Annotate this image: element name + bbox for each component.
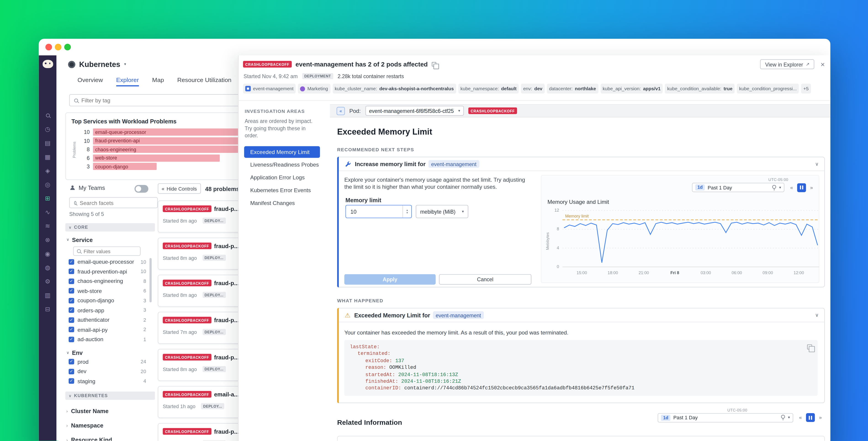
investigation-item-manifest-changes[interactable]: Manifest Changes bbox=[244, 197, 320, 209]
oom-kills-section[interactable]: ⊞ OOM Kills bbox=[337, 436, 825, 441]
service-chip[interactable]: event-management bbox=[433, 311, 484, 319]
caret-down-icon[interactable]: ▾ bbox=[788, 415, 790, 420]
tab-explorer[interactable]: Explorer bbox=[116, 76, 139, 86]
facet-option[interactable]: ✓authenticator2 bbox=[65, 315, 155, 325]
problem-card[interactable]: CRASHLOOPBACKOFFfraud-p...Started 8m ago… bbox=[158, 349, 249, 381]
investigation-item-application-error-logs[interactable]: Application Error Logs bbox=[244, 172, 320, 183]
stepper-down-icon[interactable]: ▾ bbox=[406, 212, 408, 214]
checkbox-checked-icon[interactable]: ✓ bbox=[69, 327, 74, 332]
copy-icon[interactable] bbox=[807, 344, 812, 349]
tag-chip[interactable]: Marketing bbox=[298, 84, 330, 94]
facet-option[interactable]: ✓email-queue-processor10 bbox=[65, 257, 155, 266]
facet-band-kubernetes[interactable]: ∨KUBERNETES bbox=[65, 391, 155, 400]
chevron-down-icon[interactable]: ∨ bbox=[815, 161, 819, 167]
window-close-button[interactable] bbox=[45, 43, 52, 50]
forward-button[interactable]: » bbox=[816, 413, 825, 422]
dashboards-icon[interactable]: ▥ bbox=[45, 292, 51, 299]
my-teams-toggle[interactable] bbox=[134, 185, 149, 193]
checkbox-checked-icon[interactable]: ✓ bbox=[69, 278, 74, 284]
copy-link-icon[interactable] bbox=[432, 62, 436, 66]
problem-card[interactable]: CRASHLOOPBACKOFFfraud-p...Started 8m ago… bbox=[158, 423, 249, 441]
pod-dropdown[interactable]: event-management-6f6f5f58c6-ctf25 ▾ bbox=[365, 106, 464, 116]
tab-map[interactable]: Map bbox=[152, 76, 164, 86]
tab-overview[interactable]: Overview bbox=[78, 76, 103, 86]
problem-bar[interactable]: chaos-engineering bbox=[93, 146, 262, 153]
watchdog-icon[interactable]: ◷ bbox=[45, 126, 50, 133]
metrics-icon[interactable]: ▤ bbox=[45, 140, 51, 147]
problem-card[interactable]: CRASHLOOPBACKOFFfraud-p...Started 8m ago… bbox=[158, 275, 249, 307]
tag-chip[interactable]: event-management bbox=[243, 84, 296, 94]
events-icon[interactable]: ▦ bbox=[45, 154, 51, 160]
facet-header-service[interactable]: ∨Service bbox=[66, 236, 155, 243]
facet-collapsed-resource-kind[interactable]: ›Resource Kind bbox=[66, 436, 155, 441]
checkbox-checked-icon[interactable]: ✓ bbox=[69, 369, 74, 374]
checkbox-checked-icon[interactable]: ✓ bbox=[69, 259, 74, 265]
facet-option[interactable]: ✓web-store6 bbox=[65, 286, 155, 296]
facet-search-input[interactable] bbox=[80, 200, 153, 206]
apply-button[interactable]: Apply bbox=[344, 274, 436, 285]
apm-icon[interactable]: ◎ bbox=[45, 182, 50, 188]
tag-chip[interactable]: kube_condition_progressi... bbox=[737, 84, 799, 94]
investigation-item-liveness-readiness-probes[interactable]: Liveness/Readiness Probes bbox=[244, 159, 320, 171]
tag-chip[interactable]: kube_namespace:default bbox=[458, 84, 519, 94]
checkbox-checked-icon[interactable]: ✓ bbox=[69, 298, 74, 303]
synthetics-icon[interactable]: ⚙ bbox=[45, 278, 50, 285]
tag-chip[interactable]: kube_condition_available:true bbox=[665, 84, 735, 94]
memory-limit-input[interactable] bbox=[346, 208, 402, 214]
rewind-button[interactable]: « bbox=[787, 183, 796, 192]
remediation-card-header[interactable]: Increase memory limit for event-manageme… bbox=[338, 157, 824, 171]
facet-option[interactable]: ✓coupon-django3 bbox=[65, 296, 155, 305]
facet-option[interactable]: ✓staging4 bbox=[65, 376, 155, 386]
facet-option[interactable]: ✓email-api-py2 bbox=[65, 325, 155, 334]
chevron-down-icon[interactable]: ∨ bbox=[815, 312, 819, 318]
infrastructure-icon[interactable]: ⊞ bbox=[45, 195, 50, 202]
facet-option[interactable]: ✓prod24 bbox=[65, 357, 155, 366]
facet-filter-input[interactable] bbox=[84, 248, 132, 254]
facet-collapsed-cluster-name[interactable]: ›Cluster Name bbox=[66, 408, 155, 414]
facet-band-core[interactable]: ∨CORE bbox=[65, 223, 155, 232]
problem-card[interactable]: CRASHLOOPBACKOFFfraud-p...Started 8m ago… bbox=[158, 238, 249, 270]
problem-card[interactable]: CRASHLOOPBACKOFFfraud-p...Started 8m ago… bbox=[158, 200, 249, 233]
checkbox-checked-icon[interactable]: ✓ bbox=[69, 307, 74, 313]
collapse-panel-button[interactable]: « bbox=[337, 107, 345, 115]
checkbox-checked-icon[interactable]: ✓ bbox=[69, 359, 74, 364]
tab-resource-utilization[interactable]: Resource Utilization bbox=[177, 76, 231, 86]
tag-chip[interactable]: env:dev bbox=[521, 84, 545, 94]
network-icon[interactable]: ∿ bbox=[45, 209, 50, 216]
window-zoom-button[interactable] bbox=[64, 43, 71, 50]
facet-option[interactable]: ✓orders-app3 bbox=[65, 305, 155, 315]
problem-card[interactable]: CRASHLOOPBACKOFFfraud-p...Started 7m ago… bbox=[158, 312, 249, 344]
logs-icon[interactable]: ≋ bbox=[45, 223, 50, 230]
window-minimize-button[interactable] bbox=[55, 43, 61, 50]
tag-chip[interactable]: datacenter:northlake bbox=[547, 84, 598, 94]
pause-button[interactable] bbox=[806, 413, 815, 422]
pin-icon[interactable] bbox=[780, 415, 785, 420]
problem-card[interactable]: CRASHLOOPBACKOFFemail-a...Started 1h ago… bbox=[158, 386, 249, 418]
ci-icon[interactable]: ⊗ bbox=[45, 237, 50, 243]
investigation-item-exceeded-memory-limit[interactable]: Exceeded Memory Limit bbox=[244, 146, 320, 158]
checkbox-checked-icon[interactable]: ✓ bbox=[69, 269, 74, 274]
integrations-icon[interactable]: ◈ bbox=[45, 168, 50, 174]
problem-bar[interactable]: web-store bbox=[93, 154, 220, 162]
incident-card-header[interactable]: ⚠ Exceeded Memory Limit for event-manage… bbox=[338, 308, 824, 322]
pin-icon[interactable] bbox=[771, 185, 776, 190]
pause-button[interactable] bbox=[797, 183, 806, 192]
service-chip[interactable]: event-management bbox=[428, 160, 479, 168]
monitors-icon[interactable]: ◍ bbox=[45, 265, 50, 271]
notebooks-icon[interactable]: ⊟ bbox=[45, 306, 50, 313]
tag-chip[interactable]: kube_api_version:apps/v1 bbox=[600, 84, 663, 94]
hide-controls-button[interactable]: « Hide Controls bbox=[158, 183, 201, 194]
caret-down-icon[interactable]: ▾ bbox=[779, 185, 781, 190]
facet-header-env[interactable]: ∨Env bbox=[66, 349, 155, 356]
security-icon[interactable]: ◉ bbox=[45, 251, 50, 258]
rewind-button[interactable]: « bbox=[796, 413, 805, 422]
chevron-down-icon[interactable]: ▾ bbox=[124, 62, 126, 66]
facet-scrollbar[interactable] bbox=[149, 258, 152, 302]
checkbox-checked-icon[interactable]: ✓ bbox=[69, 317, 74, 323]
forward-button[interactable]: » bbox=[807, 183, 816, 192]
tag-chip[interactable]: kube_cluster_name:dev-aks-shopist-a-nort… bbox=[332, 84, 456, 94]
time-range-picker[interactable]: 1dPast 1 Day▾ bbox=[658, 413, 793, 422]
problem-bar[interactable]: coupon-django bbox=[93, 163, 157, 170]
checkbox-checked-icon[interactable]: ✓ bbox=[69, 288, 74, 294]
checkbox-checked-icon[interactable]: ✓ bbox=[69, 336, 74, 342]
